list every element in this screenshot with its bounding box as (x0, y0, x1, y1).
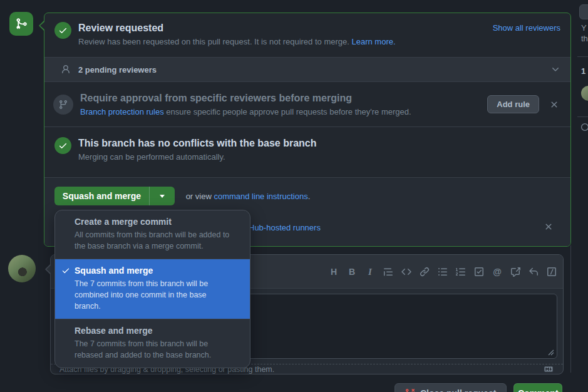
code-icon[interactable] (401, 266, 411, 278)
learn-more-link[interactable]: Learn more. (351, 37, 395, 46)
merge-options-caret-button[interactable] (149, 187, 175, 205)
sidebar-divider (577, 116, 588, 117)
reply-icon[interactable] (529, 266, 539, 278)
italic-icon[interactable]: I (365, 266, 375, 278)
branch-protection-title: Require approval from specific reviewers… (80, 92, 480, 105)
link-icon[interactable] (420, 266, 430, 278)
comment-caret (45, 264, 51, 275)
no-conflicts-description: Merging can be performed automatically. (78, 152, 560, 162)
menu-item-squash-and-merge[interactable]: Squash and merge The 7 commits from this… (55, 259, 250, 319)
markdown-icon[interactable] (543, 365, 554, 373)
branch-protection-section: Require approval from specific reviewers… (44, 82, 570, 127)
resize-gripper-icon[interactable] (548, 349, 554, 356)
comment-button[interactable]: Comment (513, 383, 562, 392)
pending-reviewers-label: 2 pending reviewers (78, 65, 550, 75)
merge-method-dropdown: Create a merge commit All commits from t… (54, 210, 250, 368)
heading-icon[interactable]: H (329, 266, 339, 278)
slash-command-icon[interactable] (547, 266, 557, 278)
sidebar-avatar-fragment[interactable] (581, 86, 588, 101)
dismiss-runners-icon[interactable] (542, 220, 555, 233)
review-requested-description: Review has been requested on this pull r… (78, 36, 493, 47)
branch-protection-rules-link[interactable]: Branch protection rules (80, 107, 164, 116)
mention-icon[interactable]: @ (492, 266, 502, 278)
chevron-down-icon[interactable] (550, 64, 560, 75)
menu-item-create-merge-commit[interactable]: Create a merge commit All commits from t… (55, 210, 250, 259)
cross-reference-icon[interactable] (510, 266, 520, 278)
sidebar-button-fragment[interactable] (579, 4, 588, 19)
bold-icon[interactable]: B (347, 266, 357, 278)
sidebar-text-fragment: Y (581, 23, 587, 33)
review-requested-title: Review requested (78, 22, 493, 34)
show-all-reviewers-link[interactable]: Show all reviewers (493, 23, 560, 33)
no-conflicts-title: This branch has no conflicts with the ba… (78, 137, 560, 150)
or-view-text: or view command line instructions. (186, 192, 311, 201)
no-conflicts-section: This branch has no conflicts with the ba… (44, 127, 570, 177)
quote-icon[interactable] (383, 266, 393, 278)
sidebar-partial-icon (580, 123, 588, 132)
sidebar-count-fragment: 1 (581, 66, 585, 76)
person-icon (61, 64, 71, 75)
check-icon (61, 266, 70, 275)
triangle-down-icon (160, 195, 165, 200)
close-pull-request-button[interactable]: Close pull request (395, 383, 507, 392)
box-caret (39, 20, 44, 31)
command-line-instructions-link[interactable]: command line instructions (214, 192, 307, 201)
check-circle-icon (54, 137, 71, 154)
sidebar-divider (577, 56, 588, 57)
pending-reviewers-row[interactable]: 2 pending reviewers (44, 57, 570, 82)
sidebar-text-fragment: th (581, 34, 588, 43)
pull-request-merge-page: Review requested Review has been request… (0, 0, 588, 392)
squash-and-merge-button[interactable]: Squash and merge (54, 187, 149, 205)
branch-protection-description: Branch protection rules ensure specific … (80, 106, 480, 117)
pull-request-closed-icon (405, 388, 415, 392)
git-merge-icon (9, 12, 33, 36)
add-rule-button[interactable]: Add rule (487, 95, 539, 113)
unordered-list-icon[interactable] (438, 266, 448, 278)
review-requested-section: Review requested Review has been request… (44, 13, 570, 57)
check-circle-icon (54, 22, 71, 39)
tasklist-icon[interactable] (474, 266, 484, 278)
ordered-list-icon[interactable] (456, 266, 466, 278)
close-pull-request-label: Close pull request (420, 388, 496, 392)
dismiss-protection-icon[interactable] (548, 98, 560, 111)
user-avatar[interactable] (8, 255, 36, 282)
git-branch-icon (53, 95, 73, 115)
menu-item-rebase-and-merge[interactable]: Rebase and merge The 7 commits from this… (55, 319, 250, 368)
hosted-runners-link[interactable]: Hub-hosted runners (249, 223, 321, 232)
column-divider (570, 245, 571, 373)
